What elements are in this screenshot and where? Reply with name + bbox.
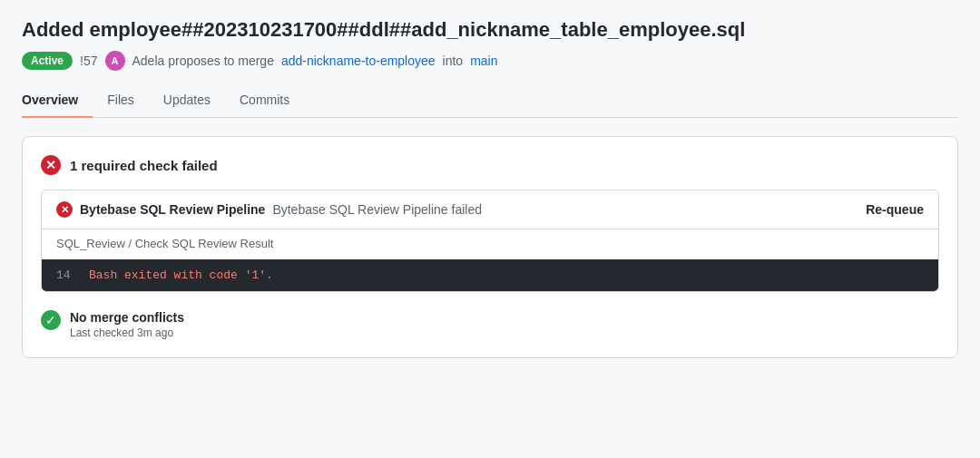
pipeline-left: ✕ Bytebase SQL Review Pipeline Bytebase … [56, 201, 482, 218]
code-line-number: 14 [56, 268, 74, 282]
status-badge: Active [22, 52, 73, 70]
pipeline-error-icon: ✕ [56, 201, 73, 218]
code-text: Bash exited with code '1'. [89, 268, 273, 282]
requeue-button[interactable]: Re-queue [866, 202, 924, 217]
pipeline-status-text: Bytebase SQL Review Pipeline failed [272, 202, 482, 217]
no-conflict-text: No merge conflicts Last checked 3m ago [70, 310, 184, 339]
no-conflict-title: No merge conflicts [70, 310, 184, 325]
target-branch-link[interactable]: main [470, 54, 497, 68]
pipeline-card: ✕ Bytebase SQL Review Pipeline Bytebase … [41, 190, 939, 292]
pipeline-header: ✕ Bytebase SQL Review Pipeline Bytebase … [42, 190, 938, 229]
into-text: into [443, 54, 464, 68]
no-conflict-row: ✓ No merge conflicts Last checked 3m ago [41, 307, 939, 339]
meta-row: Active !57 A Adela proposes to merge add… [22, 51, 958, 71]
tab-overview[interactable]: Overview [22, 85, 93, 118]
tabs-bar: Overview Files Updates Commits [22, 85, 958, 118]
avatar: A [105, 51, 125, 71]
issue-number: !57 [80, 54, 97, 68]
source-branch-link[interactable]: add-nickname-to-employee [281, 54, 436, 68]
no-conflict-subtitle: Last checked 3m ago [70, 326, 184, 339]
pipeline-name: Bytebase SQL Review Pipeline [80, 202, 265, 217]
check-summary-row: ✕ 1 required check failed [41, 155, 939, 175]
page-title: Added employee##202310231700##ddl##add_n… [22, 18, 958, 42]
tab-commits[interactable]: Commits [225, 85, 304, 118]
check-summary-text: 1 required check failed [70, 158, 218, 173]
content-panel: ✕ 1 required check failed ✕ Bytebase SQL… [22, 136, 958, 358]
tab-updates[interactable]: Updates [149, 85, 225, 118]
meta-text: Adela proposes to merge [132, 54, 274, 68]
success-circle-icon: ✓ [41, 310, 61, 330]
tab-files[interactable]: Files [93, 85, 149, 118]
page-container: Added employee##202310231700##ddl##add_n… [0, 0, 980, 458]
code-block: 14 Bash exited with code '1'. [42, 259, 938, 291]
pipeline-sub-label: SQL_Review / Check SQL Review Result [42, 229, 938, 259]
error-circle-icon: ✕ [41, 155, 61, 175]
